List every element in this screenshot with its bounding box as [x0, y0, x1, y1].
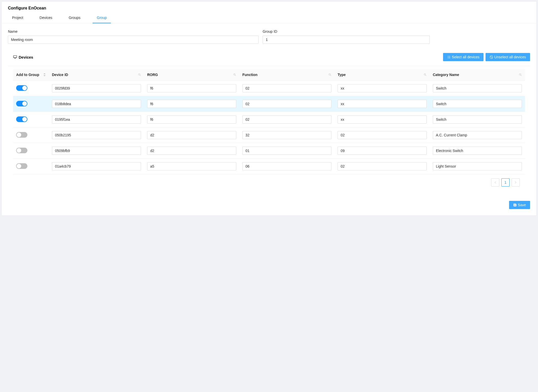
card-body: Name Group ID Devices Select a [2, 23, 536, 195]
select-all-label: Select all devices [452, 55, 479, 59]
add-to-group-toggle[interactable] [16, 116, 27, 122]
form-row: Name Group ID [8, 29, 530, 44]
device-id-input[interactable] [52, 84, 141, 92]
devices-table: Add to Group Device ID [13, 69, 525, 174]
tab-project[interactable]: Project [8, 13, 27, 23]
save-icon [513, 203, 517, 207]
device-id-input[interactable] [52, 162, 141, 170]
stop-icon [490, 55, 493, 59]
th-rorg[interactable]: RORG [144, 69, 239, 81]
category-input[interactable] [433, 147, 522, 155]
search-icon[interactable] [233, 73, 236, 76]
table-row [13, 159, 525, 174]
form-item-groupid: Group ID [263, 29, 430, 44]
page-next-button[interactable] [512, 178, 520, 187]
add-to-group-toggle[interactable] [16, 85, 27, 91]
table-header-row: Add to Group Device ID [13, 69, 525, 81]
type-input[interactable] [338, 84, 427, 92]
add-to-group-toggle[interactable] [16, 148, 27, 153]
device-id-input[interactable] [52, 147, 141, 155]
add-to-group-toggle[interactable] [16, 163, 27, 169]
function-input[interactable] [242, 147, 331, 155]
function-input[interactable] [242, 84, 331, 92]
page-1-button[interactable]: 1 [501, 178, 510, 187]
devices-section-title: Devices [13, 55, 33, 59]
search-icon[interactable] [424, 73, 427, 76]
category-input[interactable] [433, 115, 522, 124]
rorg-input[interactable] [147, 147, 236, 155]
search-icon[interactable] [138, 73, 141, 76]
tab-devices[interactable]: Devices [36, 13, 57, 23]
device-id-input[interactable] [52, 131, 141, 139]
card-title: Configure EnOcean [8, 6, 530, 10]
groupid-label: Group ID [263, 29, 430, 34]
category-input[interactable] [433, 162, 522, 170]
th-type-label: Type [338, 73, 346, 77]
th-category-name[interactable]: Category Name [430, 69, 525, 81]
category-input[interactable] [433, 84, 522, 92]
select-all-button[interactable]: Select all devices [443, 53, 483, 61]
name-label: Name [8, 29, 259, 34]
th-type[interactable]: Type [335, 69, 430, 81]
page-prev-button[interactable] [491, 178, 499, 187]
table-row [13, 96, 525, 112]
unselect-all-button[interactable]: Unselect all devices [486, 53, 530, 61]
type-input[interactable] [338, 131, 427, 139]
rorg-input[interactable] [147, 162, 236, 170]
type-input[interactable] [338, 162, 427, 170]
th-category-name-label: Category Name [433, 73, 459, 77]
table-row [13, 81, 525, 96]
groupid-input[interactable] [263, 36, 430, 44]
devices-buttons: Select all devices Unselect all devices [443, 53, 530, 61]
type-input[interactable] [338, 147, 427, 155]
search-icon[interactable] [519, 73, 522, 76]
table-row [13, 112, 525, 127]
category-input[interactable] [433, 131, 522, 139]
table-wrap: Add to Group Device ID [8, 66, 530, 189]
save-button-label: Save [518, 203, 526, 207]
type-input[interactable] [338, 115, 427, 124]
device-id-input[interactable] [52, 115, 141, 124]
type-input[interactable] [338, 100, 427, 108]
th-function[interactable]: Function [239, 69, 335, 81]
search-icon[interactable] [328, 73, 331, 76]
form-item-name: Name [8, 29, 259, 44]
th-add-to-group-label: Add to Group [16, 73, 39, 77]
table-row [13, 127, 525, 143]
th-function-label: Function [242, 73, 257, 77]
tab-group[interactable]: Group [93, 13, 111, 23]
table-row [13, 143, 525, 159]
function-input[interactable] [242, 131, 331, 139]
th-rorg-label: RORG [147, 73, 158, 77]
save-button[interactable]: Save [509, 201, 530, 209]
config-card: Configure EnOcean ProjectDevicesGroupsGr… [2, 2, 536, 215]
unselect-all-label: Unselect all devices [494, 55, 526, 59]
card-header: Configure EnOcean ProjectDevicesGroupsGr… [2, 2, 536, 23]
pagination: 1 [13, 174, 525, 189]
th-device-id[interactable]: Device ID [49, 69, 144, 81]
category-input[interactable] [433, 100, 522, 108]
function-input[interactable] [242, 162, 331, 170]
name-input[interactable] [8, 36, 259, 44]
rorg-input[interactable] [147, 100, 236, 108]
th-add-to-group[interactable]: Add to Group [13, 69, 49, 81]
function-input[interactable] [242, 115, 331, 124]
tabs: ProjectDevicesGroupsGroup [2, 13, 536, 23]
function-input[interactable] [242, 100, 331, 108]
tab-groups[interactable]: Groups [64, 13, 84, 23]
rorg-input[interactable] [147, 131, 236, 139]
devices-section-header: Devices Select all devices Unselect all … [8, 50, 530, 66]
add-to-group-toggle[interactable] [16, 132, 27, 138]
devices-title-text: Devices [19, 55, 33, 59]
rorg-input[interactable] [147, 115, 236, 124]
device-id-input[interactable] [52, 100, 141, 108]
chevron-right-icon [514, 181, 517, 184]
sort-icon [43, 73, 46, 76]
list-check-icon [447, 55, 451, 59]
desktop-icon [13, 55, 17, 59]
th-device-id-label: Device ID [52, 73, 68, 77]
chevron-left-icon [494, 181, 497, 184]
footer-actions: Save [2, 195, 536, 215]
rorg-input[interactable] [147, 84, 236, 92]
add-to-group-toggle[interactable] [16, 101, 27, 106]
